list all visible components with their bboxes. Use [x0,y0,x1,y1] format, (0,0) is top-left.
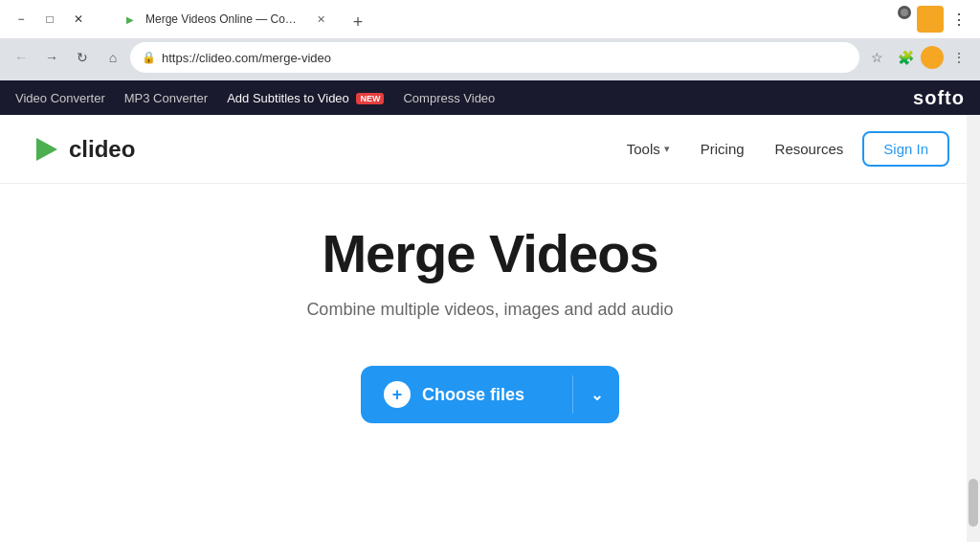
browser-titlebar: − □ ✕ ▶ Merge Videos Online — Combin ✕ +… [0,0,980,38]
add-subtitles-link[interactable]: Add Subtitles to Video NEW [227,91,384,105]
forward-button[interactable]: → [38,44,65,71]
url-text: https://clideo.com/merge-video [162,51,848,65]
extensions-button[interactable]: 🧩 [892,44,919,71]
security-icon: 🔒 [142,51,156,64]
minimize-button[interactable]: − [8,6,34,33]
nav-links: Tools ▾ Pricing Resources Sign In [615,131,949,167]
tools-nav-link[interactable]: Tools ▾ [615,135,681,163]
maximize-button[interactable]: □ [36,6,63,33]
home-button[interactable]: ⌂ [100,44,126,71]
choose-files-label: Choose files [422,385,524,405]
tools-chevron-icon: ▾ [664,143,670,155]
resources-nav-link[interactable]: Resources [764,135,856,163]
main-nav: clideo Tools ▾ Pricing Resources Sign In [0,115,980,184]
browser-chrome: − □ ✕ ▶ Merge Videos Online — Combin ✕ +… [0,0,980,80]
choose-files-main-area: + Choose files [361,366,572,423]
tab-favicon: ▶ [122,11,138,27]
more-menu-button[interactable]: ⋮ [946,44,972,71]
mp3-converter-link[interactable]: MP3 Converter [124,91,208,105]
reload-button[interactable]: ↻ [69,44,96,71]
back-button[interactable]: ← [8,44,34,71]
choose-files-button[interactable]: + Choose files ⌄ [361,366,619,423]
sign-in-button[interactable]: Sign In [862,131,949,167]
bookmark-button[interactable]: ☆ [863,44,890,71]
new-tab-button[interactable]: + [345,9,371,35]
pricing-nav-link[interactable]: Pricing [689,135,756,163]
compress-video-link[interactable]: Compress Video [403,91,495,105]
address-bar[interactable]: 🔒 https://clideo.com/merge-video [130,42,859,73]
window-controls[interactable]: − □ ✕ [8,6,92,33]
active-tab[interactable]: ▶ Merge Videos Online — Combin ✕ [111,3,341,35]
close-button[interactable]: ✕ [65,6,92,33]
tab-bar: ▶ Merge Videos Online — Combin ✕ + [103,3,894,35]
main-content: Merge Videos Combine multiple videos, im… [0,184,980,462]
logo[interactable]: clideo [31,134,135,165]
tab-title: Merge Videos Online — Combin [145,12,304,26]
video-converter-link[interactable]: Video Converter [15,91,105,105]
scrollbar-thumb[interactable] [969,479,978,527]
svg-marker-0 [36,138,57,161]
top-strip-links: Video Converter MP3 Converter Add Subtit… [15,91,495,105]
tools-label: Tools [627,141,660,157]
dropdown-arrow-icon[interactable]: ⌄ [573,366,619,423]
logo-icon [31,134,61,165]
softo-brand: softo [913,87,965,109]
top-strip: Video Converter MP3 Converter Add Subtit… [0,80,980,115]
add-subtitles-label: Add Subtitles to Video [227,91,349,105]
page-title: Merge Videos [322,222,657,284]
tab-close-button[interactable]: ✕ [312,11,329,28]
new-badge: NEW [356,93,384,104]
more-options-button[interactable]: ⋮ [946,6,972,33]
website: Video Converter MP3 Converter Add Subtit… [0,80,980,462]
browser-toolbar: ← → ↻ ⌂ 🔒 https://clideo.com/merge-video… [0,38,980,80]
logo-text: clideo [69,136,135,163]
scrollbar-track[interactable] [967,115,980,542]
plus-icon: + [384,381,411,408]
page-subtitle: Combine multiple videos, images and add … [306,300,673,320]
toolbar-icons: ☆ 🧩 ⋮ [863,44,972,71]
profile-avatar[interactable] [921,46,944,69]
